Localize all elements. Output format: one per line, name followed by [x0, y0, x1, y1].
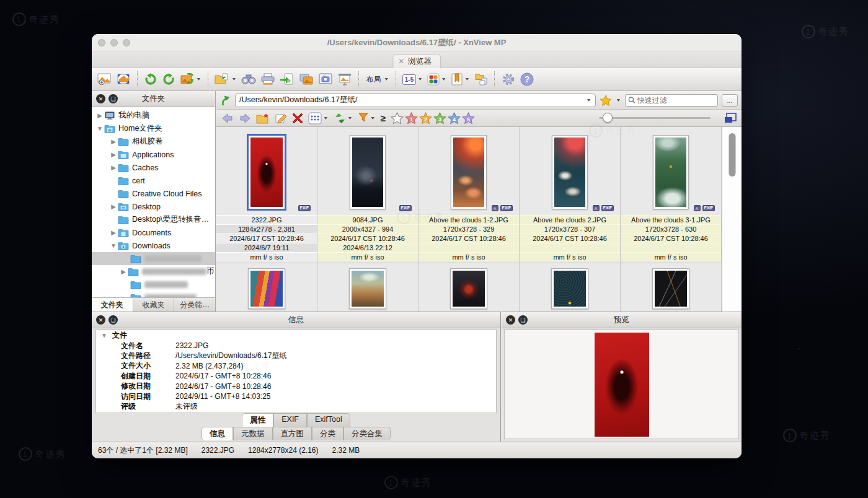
sidebar-tab-favorites[interactable]: 收藏夹	[133, 298, 175, 312]
file-item-row2[interactable]	[621, 263, 721, 312]
thumbnail[interactable]	[552, 135, 588, 209]
info-section-file[interactable]: ▼ 文件	[96, 330, 496, 341]
sidebar-tab-folders[interactable]: 文件夹	[92, 298, 133, 312]
slider-knob[interactable]	[603, 113, 613, 123]
tab-category-sets[interactable]: 分类合集	[343, 427, 391, 440]
convert-button[interactable]: ▼	[180, 73, 202, 85]
tab-exiftool[interactable]: ExifTool	[307, 413, 350, 427]
sort-button[interactable]: ▼	[334, 112, 353, 124]
tab-properties[interactable]: 属性	[242, 413, 273, 427]
tree-item-censored[interactable]	[92, 291, 215, 297]
file-item-row2[interactable]	[317, 263, 418, 312]
star-2-icon[interactable]: 2	[419, 112, 432, 124]
forward-icon[interactable]	[239, 113, 251, 124]
star-4-icon[interactable]: 4	[448, 112, 461, 124]
view-image-button[interactable]	[97, 73, 112, 85]
tree-item-my-computer[interactable]: ▶ 我的电脑	[92, 109, 215, 122]
chevron-down-icon[interactable]: ▼	[586, 98, 591, 103]
tree-item-applications[interactable]: ▶ Applications	[92, 148, 215, 161]
file-item-row2[interactable]	[418, 263, 519, 312]
layout-button[interactable]: 布局 ▼	[365, 74, 389, 85]
chevron-right-icon[interactable]: ▶	[109, 229, 118, 236]
tree-item-creative-cloud[interactable]: Creative Cloud Files	[92, 187, 215, 200]
chevron-down-icon[interactable]: ▼	[109, 242, 118, 249]
parent-folder-icon[interactable]	[220, 95, 231, 106]
float-panel-icon[interactable]: ❏	[518, 315, 528, 325]
tree-item-cert[interactable]: cert	[92, 174, 215, 187]
capture-button[interactable]	[318, 73, 333, 85]
rotate-left-button[interactable]	[144, 73, 157, 85]
color-label-button[interactable]: ▼	[427, 73, 446, 85]
tab-exif[interactable]: EXIF	[273, 413, 307, 427]
scrollbar-track[interactable]	[722, 127, 742, 312]
float-panel-icon[interactable]: ❏	[108, 315, 118, 325]
path-field[interactable]: /Users/kevin/Downloads/6.17壁纸/ ▼	[235, 94, 596, 107]
favorites-star-icon[interactable]	[600, 95, 612, 106]
star-1-icon[interactable]: 1	[405, 112, 418, 124]
tab-info[interactable]: 信息	[202, 427, 233, 440]
tree-item-caches[interactable]: ▶ Caches	[92, 161, 215, 174]
tree-item-documents[interactable]: ▶ Documents	[92, 226, 215, 239]
float-panel-icon[interactable]: ❏	[108, 94, 118, 103]
search-button[interactable]	[241, 73, 256, 85]
tree-item-censored[interactable]: ▶ 币	[92, 265, 215, 278]
close-panel-icon[interactable]: ✕	[96, 94, 105, 103]
tree-item-downloads[interactable]: ▼ Downloads	[92, 239, 215, 252]
star-0-icon[interactable]	[391, 112, 404, 124]
rating-ge-symbol[interactable]: ≥	[381, 113, 386, 123]
panel-layout-icon[interactable]	[724, 113, 737, 124]
fullscreen-button[interactable]	[116, 73, 131, 85]
thumbnail-selected[interactable]	[247, 134, 286, 210]
open-folder-button[interactable]: ▼	[215, 73, 237, 85]
chevron-down-icon[interactable]: ▼	[95, 125, 104, 132]
chevron-right-icon[interactable]: ▶	[95, 112, 104, 119]
file-item-row2[interactable]	[216, 263, 317, 312]
file-item-clouds-1-2[interactable]: ◬EXIF Above the clouds 1-2.JPG 1720x3728…	[418, 127, 519, 263]
quick-filter[interactable]	[625, 94, 718, 107]
tree-item-camera-roll[interactable]: ▶ 相机胶卷	[92, 135, 215, 148]
bookmark-button[interactable]: ▼	[451, 73, 470, 85]
chevron-down-icon[interactable]: ▼	[616, 98, 621, 103]
star-3-icon[interactable]: 3	[433, 112, 446, 124]
tab-histogram[interactable]: 直方图	[273, 427, 312, 440]
quick-filter-input[interactable]	[637, 96, 715, 105]
filter-more-button[interactable]: ...	[722, 94, 738, 107]
file-item-2322[interactable]: EXIF 2322.JPG 1284x2778 - 2,381 2024/6/1…	[216, 127, 317, 263]
delete-icon[interactable]	[292, 113, 303, 124]
thumbnail[interactable]	[350, 135, 386, 209]
rotate-right-button[interactable]	[162, 73, 175, 85]
help-button[interactable]: ?	[520, 72, 534, 86]
back-icon[interactable]	[221, 113, 234, 124]
file-item-clouds-3-1[interactable]: ◬EXIF Above the clouds 3-1.JPG 1720x3728…	[621, 127, 721, 263]
file-item-clouds-2[interactable]: ◬EXIF Above the clouds 2.JPG 1720x3728 -…	[520, 127, 620, 263]
chevron-right-icon[interactable]: ▶	[109, 151, 118, 158]
chevron-right-icon[interactable]: ▶	[109, 203, 118, 210]
print-button[interactable]	[260, 73, 275, 85]
star-5-icon[interactable]: 5	[462, 112, 475, 124]
file-item-row2[interactable]	[520, 263, 620, 312]
chevron-down-icon[interactable]: ▼	[96, 332, 112, 339]
view-mode-button[interactable]: ▼	[308, 112, 329, 124]
compare-button[interactable]	[474, 73, 488, 85]
new-folder-icon[interactable]	[256, 113, 270, 124]
thumbnail-size-slider[interactable]	[599, 117, 711, 119]
chevron-right-icon[interactable]: ▶	[109, 164, 118, 171]
tab-browser[interactable]: ✕ 浏览器	[392, 54, 441, 68]
file-item-9084[interactable]: EXIF 9084.JPG 2000x4327 - 994 2024/6/17 …	[317, 127, 418, 263]
tab-categories[interactable]: 分类	[312, 427, 343, 440]
settings-button[interactable]	[501, 72, 516, 86]
tree-item-desktop-aisi[interactable]: Desktop\爱思转换音…	[92, 213, 215, 226]
copy-button[interactable]	[280, 73, 294, 85]
chevron-right-icon[interactable]: ▶	[109, 138, 118, 145]
close-panel-icon[interactable]: ✕	[96, 315, 105, 325]
sidebar-tab-category-filter[interactable]: 分类筛…	[174, 298, 215, 312]
rating-filter-button[interactable]: 1-5 ▼	[402, 74, 423, 85]
chevron-right-icon[interactable]: ▶	[119, 268, 128, 275]
close-panel-icon[interactable]: ✕	[506, 315, 515, 325]
edit-icon[interactable]	[275, 113, 287, 124]
move-button[interactable]	[299, 73, 314, 85]
thumbnail[interactable]	[653, 135, 689, 209]
slideshow-button[interactable]	[337, 73, 352, 85]
tree-item-home[interactable]: ▼ Home文件夹	[92, 122, 215, 135]
tree-item-desktop[interactable]: ▶ Desktop	[92, 200, 215, 213]
